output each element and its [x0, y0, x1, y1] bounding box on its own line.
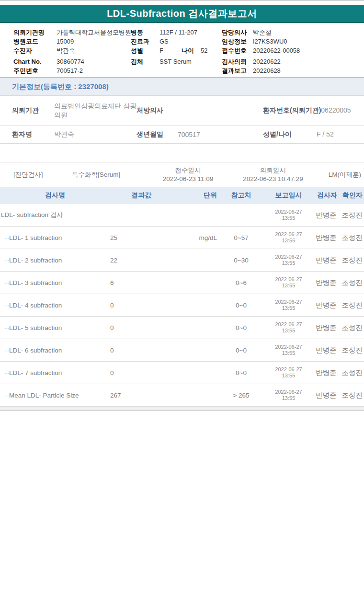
field-value: 30860774	[57, 58, 84, 65]
header-unit: 단위	[172, 191, 219, 200]
field-label: 진료과	[131, 37, 159, 46]
field-label: 처방의사	[136, 106, 178, 115]
page-title: LDL-Subfraction 검사결과보고서	[107, 8, 257, 19]
field-value: 112F / 11-207	[159, 28, 197, 37]
field-value: 박관숙	[54, 130, 136, 139]
reference-range: 0~0	[219, 369, 263, 376]
receipt-datetime: 2022-06-23 11:09	[144, 175, 232, 183]
examiner-name: 반병준	[316, 301, 337, 309]
reference-range: 0~0	[219, 324, 263, 331]
field-value: 700517-2	[57, 67, 83, 74]
field-label: 주민번호	[13, 66, 57, 75]
reference-range: > 265	[219, 392, 263, 399]
request-label: 의뢰일시	[232, 166, 314, 175]
patient-header-field: 임상정보I27KS3WU0	[222, 37, 364, 46]
patient-header-field: 담당의사박순철	[222, 28, 364, 37]
report-datetime: 2022-06-27 13:55	[263, 231, 314, 244]
results-table-header: 검사명 결과값 단위 참고치 보고일시 검사자확인자	[0, 187, 364, 204]
field-value: 박관숙	[57, 47, 75, 54]
field-label: 의뢰기관명	[13, 28, 57, 37]
report-date: 2022-06-27	[263, 276, 314, 283]
field-value: F	[159, 46, 182, 55]
confirmer-name: 조성진	[342, 234, 363, 241]
basic-info-section-header: 기본정보(등록번호 : 2327008)	[0, 77, 364, 96]
report-time: 13:55	[263, 373, 314, 379]
result-row: ··LDL- 3 subfraction 6 0~6 2022-06-27 13…	[0, 272, 364, 294]
report-datetime: 2022-06-27 13:55	[263, 366, 314, 379]
result-row: ··LDL- 6 subfraction 0 0~0 2022-06-27 13…	[0, 339, 364, 362]
field-value: I27KS3WU0	[253, 38, 287, 45]
report-date: 2022-06-27	[263, 321, 314, 328]
patient-header-field: 진료과GS	[131, 37, 222, 46]
examiner-name: 반병준	[316, 279, 337, 286]
test-name: LDL- subfraction 검사	[0, 211, 110, 219]
confirmer-name: 조성진	[342, 369, 363, 376]
field-label: 성별/나이	[263, 130, 292, 138]
staff-names: 반병준조성진	[314, 278, 364, 287]
patient-header-field: Chart No.30860774	[13, 57, 131, 66]
field-label: 결과보고	[222, 66, 253, 75]
field-label: 환자번호(의뢰기관)	[263, 106, 321, 114]
examiner-name: 반병준	[316, 346, 337, 354]
result-value: 0	[110, 324, 172, 331]
confirmer-name: 조성진	[342, 301, 363, 309]
report-time: 13:55	[263, 215, 314, 222]
header-examiner: 검사자	[317, 191, 337, 199]
reference-range: 0~0	[219, 302, 263, 309]
report-datetime: 2022-06-27 13:55	[263, 276, 314, 289]
examiner-name: 반병준	[316, 324, 337, 331]
report-datetime: 2022-06-27 13:55	[263, 209, 314, 222]
field-value: 20220628	[253, 67, 281, 74]
result-value: 0	[110, 369, 172, 376]
test-name: ··LDL- 5 subfraction	[0, 324, 110, 331]
report-datetime: 2022-06-27 13:55	[263, 321, 314, 334]
staff-names: 반병준조성진	[314, 346, 364, 355]
test-name: ··LDL- 7 subfraction	[0, 369, 110, 376]
result-row: ··LDL- 5 subfraction 0 0~0 2022-06-27 13…	[0, 317, 364, 339]
field-label: 의뢰기관	[12, 106, 54, 115]
result-row: LDL- subfraction 검사 2022-06-27 13:55 반병준…	[0, 204, 364, 227]
confirmer-name: 조성진	[342, 256, 363, 264]
report-time: 13:55	[263, 328, 314, 334]
result-row: ··LDL- 7 subfraction 0 0~0 2022-06-27 13…	[0, 362, 364, 384]
staff-names: 반병준조성진	[314, 256, 364, 265]
report-date: 2022-06-27	[263, 254, 314, 261]
patient-header-field: 의뢰기관명가톨릭대학교서울성모병원	[13, 28, 131, 37]
field-value: 가톨릭대학교서울성모병원	[57, 29, 131, 36]
patient-header-field: 결과보고20220628	[222, 66, 364, 75]
report-datetime: 2022-06-27 13:55	[263, 299, 314, 312]
staff-names: 반병준조성진	[314, 233, 364, 242]
report-title-bar: LDL-Subfraction 검사결과보고서	[0, 5, 364, 23]
reference-range: 0~57	[219, 234, 263, 241]
staff-names: 반병준조성진	[314, 368, 364, 377]
field-value: 20220622	[253, 58, 281, 65]
field-label: 검체	[131, 57, 159, 66]
examiner-name: 반병준	[316, 391, 337, 399]
report-time: 13:55	[263, 283, 314, 289]
field-value: F / 52	[317, 130, 334, 138]
reference-range: 0~30	[219, 257, 263, 264]
header-report-datetime: 보고일시	[263, 191, 314, 200]
exam-test-type: 특수화학[Serum]	[72, 171, 144, 179]
examiner-name: 반병준	[316, 234, 337, 241]
performing-lab: LM(이제훈)	[314, 171, 364, 179]
unit: mg/dL	[172, 234, 219, 241]
report-date: 2022-06-27	[263, 299, 314, 306]
result-value: 0	[110, 347, 172, 354]
field-value: 06220005	[321, 106, 351, 114]
report-time: 13:55	[263, 260, 314, 267]
report-datetime: 2022-06-27 13:55	[263, 389, 314, 402]
request-datetime: 2022-06-23 10:47:29	[232, 175, 314, 183]
confirmer-name: 조성진	[342, 346, 363, 354]
field-label: 접수번호	[222, 46, 253, 55]
basic-info-table: 의뢰기관 의료법인삼광의료재단 삼광의원 처방의사 환자번호(의뢰기관)0622…	[0, 96, 364, 144]
patient-number-cell: 환자번호(의뢰기관)06220005	[263, 106, 364, 115]
field-value: 700517	[178, 131, 263, 138]
result-row: ··LDL- 1 subfraction 25 mg/dL 0~57 2022-…	[0, 227, 364, 249]
result-value: 267	[110, 392, 172, 399]
patient-header-col3: 담당의사박순철 임상정보I27KS3WU0 접수번호20220622-00058…	[222, 28, 364, 75]
confirmer-name: 조성진	[342, 391, 363, 399]
report-time: 13:55	[263, 350, 314, 357]
report-time: 13:55	[263, 238, 314, 244]
receipt-label: 접수일시	[144, 166, 232, 175]
